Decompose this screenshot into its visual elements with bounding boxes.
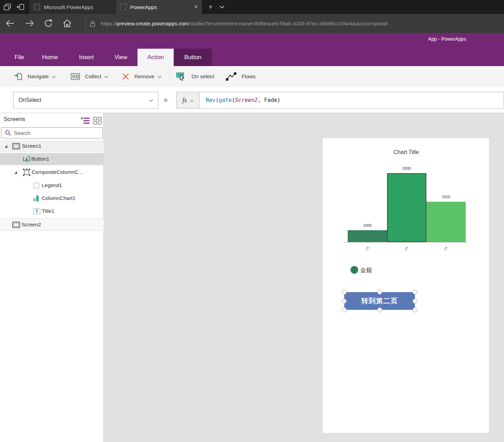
selection-handle-s[interactable] [377,307,382,312]
screens-panel-title: Screens [3,116,25,123]
home-icon[interactable] [62,18,72,29]
tab-list-chevron-icon[interactable] [219,4,227,10]
chart-bar-1[interactable] [348,230,387,242]
chart-bar-2[interactable] [387,173,426,242]
powerapps-favicon [120,3,127,10]
on-select-icon [176,72,187,81]
chevron-down-icon [149,97,153,103]
design-canvas[interactable]: Chart Title 1000 2000 1500 1月 2月 3月 金额 转… [104,113,504,442]
x-tick-label: 2月 [387,244,426,251]
refresh-icon[interactable] [43,18,54,29]
tree-item-screen1[interactable]: Screen1 [0,140,104,152]
chevron-down-icon [104,73,108,80]
address-bar[interactable]: https://preview.create.powerapps.com/stu… [90,14,501,33]
tree-item-composite-column-chart[interactable]: CompositeColumnC... [0,166,104,178]
chevron-down-icon [158,73,162,80]
search-icon [5,130,11,136]
set-aside-tabs-icon[interactable] [16,3,25,11]
browser-tab-powerapps[interactable]: PowerApps [116,0,202,14]
powerapps-favicon [33,3,40,10]
expanded-triangle-icon[interactable] [4,145,8,148]
on-select-button[interactable]: On select [176,66,214,87]
formula-input[interactable]: Navigate(Screen2, Fade) [199,92,504,108]
action-toolbar: Navigate Collect Remove On select Flows [0,66,504,87]
browser-tab-microsoft-powerapps[interactable]: Microsoft PowerApps [29,0,115,14]
new-tab-icon[interactable]: + [206,2,215,11]
screens-search [1,127,103,138]
flows-button[interactable]: Flows [226,66,255,87]
ribbon-tab-button[interactable]: Button [174,49,212,66]
x-tick-label: 3月 [426,244,466,251]
legend-swatch[interactable] [351,266,358,274]
thumbnail-view-icon[interactable] [93,117,102,126]
back-icon[interactable] [5,18,15,29]
app-title: App - PowerApps [428,36,466,42]
tree-view-icon[interactable] [81,117,90,126]
lock-icon [90,20,95,27]
chart-bar-3[interactable] [426,202,466,242]
legend-control-icon [33,182,40,189]
legend-label[interactable]: 金额 [360,266,372,274]
ribbon-tab-home[interactable]: Home [42,49,58,66]
selection-handle-e[interactable] [412,299,417,304]
app-screen1-preview[interactable]: Chart Title 1000 2000 1500 1月 2月 3月 金额 转… [322,138,489,433]
url-text: https://preview.create.powerapps.com/stu… [101,21,387,26]
selection-handle-ne[interactable] [412,290,417,295]
forward-icon[interactable] [24,18,35,29]
browser-tab-bar: Microsoft PowerApps PowerApps × + [0,0,504,14]
equals-sign: = [164,92,168,109]
ribbon-tab-action[interactable]: Action [137,49,174,66]
flows-icon [226,72,237,81]
ribbon-tab-view[interactable]: View [115,49,127,66]
chevron-down-icon [190,97,194,103]
navigate-page-icon [14,72,23,81]
tree-item-screen2[interactable]: Screen2 [0,219,104,231]
browser-nav-bar: https://preview.create.powerapps.com/stu… [0,14,504,33]
tree-item-legend1[interactable]: Legend1 [0,179,104,192]
ribbon-tab-insert[interactable]: Insert [79,49,94,66]
collect-button[interactable]: Collect [71,66,108,87]
data-label: 2000 [387,166,426,170]
formula-field-wrap: fx Navigate(Screen2, Fade) [176,92,504,109]
screen-icon [12,222,20,228]
tab-close-icon[interactable]: × [192,3,200,11]
fx-dropdown[interactable]: fx [177,92,199,108]
tab-title: PowerApps [130,4,157,10]
data-label: 1000 [348,223,387,227]
selection-handle-n[interactable] [377,290,382,295]
property-name: OnSelect [18,97,41,103]
powerapps-studio-window: Microsoft PowerApps PowerApps × + [0,0,504,442]
collect-icon [71,72,80,81]
tree-item-title1[interactable]: Title1 [0,205,104,217]
button-control-icon [23,156,30,162]
remove-x-icon [122,73,129,80]
selection-handle-nw[interactable] [342,290,347,295]
toolbar-divider [170,69,170,84]
chevron-down-icon [52,73,56,80]
x-tick-label: 1月 [348,244,387,251]
nav-divider [85,17,86,30]
tree-item-button1[interactable]: Button1 [0,153,104,165]
column-chart-icon [33,195,39,201]
navigate-button[interactable]: Navigate [14,66,56,87]
ribbon-tab-file[interactable]: File [15,49,24,66]
selection-handle-w[interactable] [342,299,347,304]
chart-x-axis [344,242,467,242]
screens-panel: Screens Screen1 Button1 CompositeColumnC… [0,113,104,442]
selection-handle-sw[interactable] [342,307,347,312]
label-control-icon [33,208,40,215]
data-label: 1500 [426,195,466,199]
powerapps-ribbon: App - PowerApps File Home Insert View Ac… [0,33,504,66]
remove-button[interactable]: Remove [122,66,162,87]
expanded-triangle-icon[interactable] [14,171,17,174]
screen-icon [12,143,20,150]
tab-preview-icon[interactable] [3,3,12,11]
property-dropdown[interactable]: OnSelect [13,92,158,109]
search-input[interactable] [14,130,102,136]
group-control-icon [23,169,30,176]
selection-handle-se[interactable] [412,307,417,312]
tab-title: Microsoft PowerApps [44,4,93,10]
formula-bar: OnSelect = fx Navigate(Screen2, Fade) [0,87,504,113]
tree-item-columnchart1[interactable]: ColumnChart1 [0,192,104,204]
